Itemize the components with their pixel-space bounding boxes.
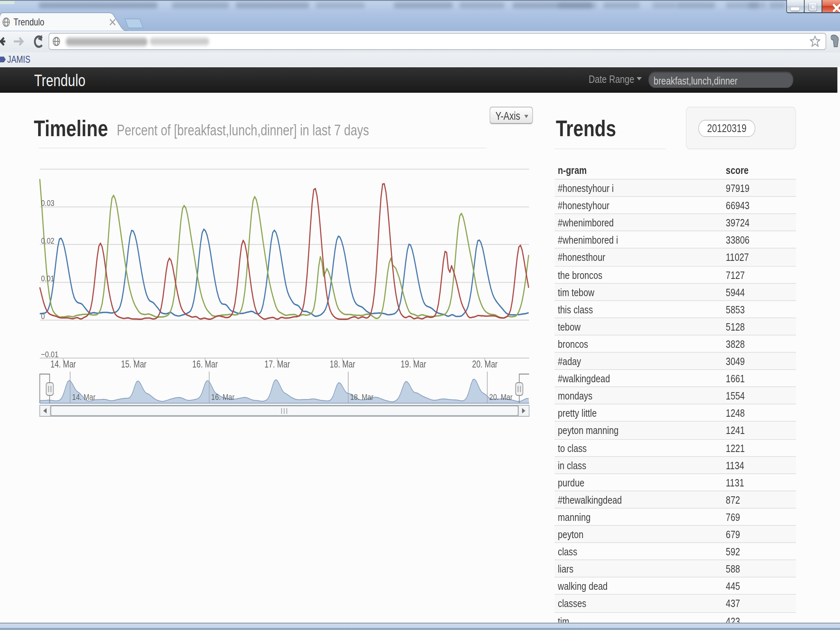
- svg-text:18. Mar: 18. Mar: [350, 392, 374, 402]
- svg-text:16. Mar: 16. Mar: [211, 392, 235, 402]
- svg-text:20. Mar: 20. Mar: [472, 359, 498, 369]
- svg-text:0.01: 0.01: [41, 274, 55, 283]
- svg-text:0: 0: [41, 312, 45, 321]
- svg-text:−0.01: −0.01: [41, 349, 58, 359]
- svg-text:0.03: 0.03: [41, 199, 55, 208]
- svg-text:15. Mar: 15. Mar: [121, 359, 146, 369]
- svg-text:Trendulo: Trendulo: [14, 16, 44, 28]
- svg-text:18. Mar: 18. Mar: [330, 359, 355, 369]
- svg-text:0.02: 0.02: [41, 236, 55, 245]
- svg-text:JAMIS: JAMIS: [7, 54, 31, 65]
- svg-text:14. Mar: 14. Mar: [50, 359, 76, 369]
- svg-text:20. Mar: 20. Mar: [489, 392, 513, 402]
- svg-text:14. Mar: 14. Mar: [72, 392, 96, 402]
- svg-text:17. Mar: 17. Mar: [265, 359, 290, 369]
- svg-text:16. Mar: 16. Mar: [192, 359, 218, 369]
- svg-text:19. Mar: 19. Mar: [401, 359, 426, 369]
